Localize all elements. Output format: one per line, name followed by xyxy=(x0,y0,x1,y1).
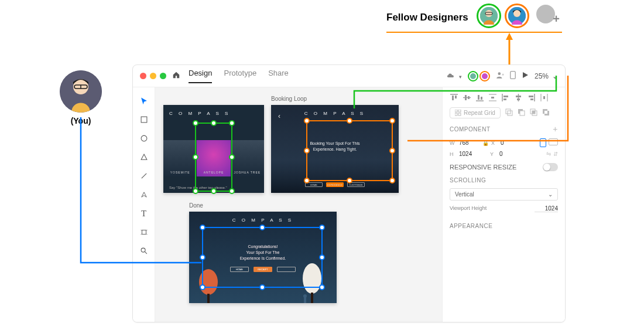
viewport-height-input[interactable] xyxy=(535,205,558,212)
panel-right: JOSHUA TREE xyxy=(231,140,264,176)
svg-rect-33 xyxy=(465,95,467,100)
align-middle-icon[interactable] xyxy=(463,93,471,101)
boolean-exclude-icon[interactable] xyxy=(542,108,550,117)
svg-rect-28 xyxy=(304,297,306,303)
align-right-icon[interactable] xyxy=(527,93,535,101)
presence-avatar-orange[interactable] xyxy=(479,71,490,81)
artboard-brand: C O M P A S S xyxy=(271,105,399,116)
orientation-portrait-icon[interactable] xyxy=(540,138,546,147)
svg-rect-12 xyxy=(511,72,515,79)
boolean-intersect-icon[interactable] xyxy=(530,108,537,117)
svg-marker-9 xyxy=(506,33,513,40)
svg-rect-46 xyxy=(517,98,520,100)
chevron-down-icon: ⌄ xyxy=(552,72,558,80)
y-label: Y xyxy=(490,151,497,157)
back-icon: ‹ xyxy=(278,112,280,120)
canvas[interactable]: C O M P A S S YOSEMITE ANTELOPE JOSHUA T… xyxy=(155,87,442,322)
svg-line-22 xyxy=(145,252,147,254)
selection-frame-blue[interactable] xyxy=(202,227,323,288)
zoom-tool-icon[interactable] xyxy=(139,246,149,256)
panel-left: YOSEMITE xyxy=(163,140,197,176)
x-label: X xyxy=(491,140,498,146)
artboard-label-done: Done xyxy=(189,202,203,209)
tab-share[interactable]: Share xyxy=(268,69,289,83)
flip-h-icon[interactable]: ⇋ xyxy=(546,151,551,157)
flip-v-icon[interactable]: ⇵ xyxy=(553,151,558,157)
align-left-icon[interactable] xyxy=(501,93,509,101)
align-distribute-icons xyxy=(450,93,558,101)
svg-rect-49 xyxy=(530,98,533,100)
svg-rect-34 xyxy=(468,96,470,99)
y-input[interactable] xyxy=(499,151,520,157)
pen-tool-icon[interactable] xyxy=(139,189,149,200)
line-tool-icon[interactable] xyxy=(139,171,149,181)
window-controls[interactable] xyxy=(140,73,166,79)
svg-rect-30 xyxy=(452,96,454,100)
svg-rect-31 xyxy=(455,96,457,98)
align-bottom-icon[interactable] xyxy=(475,93,484,101)
maximize-window-icon[interactable] xyxy=(160,73,166,79)
responsive-resize-toggle[interactable] xyxy=(543,163,558,171)
cloud-sync-icon[interactable] xyxy=(446,72,462,80)
component-section-label: COMPONENT xyxy=(450,126,491,132)
align-center-icon[interactable] xyxy=(514,93,522,101)
svg-rect-48 xyxy=(529,96,533,97)
svg-rect-37 xyxy=(481,97,482,100)
home-icon[interactable] xyxy=(172,71,180,81)
play-icon[interactable] xyxy=(522,72,529,80)
minimize-window-icon[interactable] xyxy=(150,73,156,79)
selection-frame-green[interactable] xyxy=(195,123,232,192)
height-label: H xyxy=(450,151,457,157)
presence-avatar-green[interactable] xyxy=(468,71,478,81)
you-avatar-annotation: (You) xyxy=(60,70,102,125)
fellow-designers-avatars xyxy=(477,4,559,28)
svg-rect-63 xyxy=(532,111,535,114)
fellow-avatar-2 xyxy=(505,4,529,28)
repeat-grid-button[interactable]: Repeat Grid xyxy=(450,107,501,118)
artboard-tool-icon[interactable] xyxy=(139,227,149,237)
boolean-add-icon[interactable] xyxy=(505,108,513,117)
add-component-icon[interactable]: + xyxy=(553,124,558,134)
rectangle-tool-icon[interactable] xyxy=(139,114,149,125)
viewport-height-label: Viewport Height xyxy=(450,205,487,212)
svg-rect-26 xyxy=(311,293,313,303)
ellipse-tool-icon[interactable] xyxy=(139,133,149,144)
you-label: (You) xyxy=(60,116,102,125)
device-preview-icon[interactable] xyxy=(510,71,516,81)
invite-icon[interactable]: + xyxy=(496,71,504,81)
zoom-control[interactable]: 25% ⌄ xyxy=(535,72,558,80)
selection-frame-orange[interactable] xyxy=(306,120,393,181)
tool-sidebar: T xyxy=(133,87,155,322)
height-input[interactable] xyxy=(459,151,480,157)
svg-rect-54 xyxy=(458,110,461,112)
svg-rect-16 xyxy=(142,230,146,235)
x-input[interactable] xyxy=(501,140,522,146)
width-input[interactable] xyxy=(459,140,480,146)
svg-rect-24 xyxy=(207,294,210,303)
you-avatar-icon xyxy=(60,70,102,113)
responsive-resize-label: RESPONSIVE RESIZE xyxy=(450,164,516,171)
align-top-icon[interactable] xyxy=(450,93,458,101)
svg-rect-13 xyxy=(141,117,147,123)
polygon-tool-icon[interactable] xyxy=(139,152,149,162)
scrolling-mode-select[interactable]: Vertical ⌄ xyxy=(450,188,558,201)
boolean-subtract-icon[interactable] xyxy=(518,108,525,117)
distribute-v-icon[interactable] xyxy=(488,93,496,101)
lock-aspect-icon[interactable]: 🔒 xyxy=(482,140,489,146)
mode-tabs: Design Prototype Share xyxy=(189,69,289,83)
svg-text:+: + xyxy=(502,73,504,77)
select-tool-icon[interactable] xyxy=(139,96,149,106)
tab-design[interactable]: Design xyxy=(189,69,212,83)
orientation-landscape-icon[interactable] xyxy=(549,138,558,145)
text-tool-icon[interactable]: T xyxy=(139,208,149,219)
svg-rect-58 xyxy=(508,111,512,115)
svg-point-5 xyxy=(485,10,492,17)
distribute-h-icon[interactable] xyxy=(540,93,548,101)
width-label: W xyxy=(450,140,457,146)
svg-rect-42 xyxy=(503,96,508,97)
close-window-icon[interactable] xyxy=(140,73,146,79)
inspector-panel: Repeat Grid COMPONENT + W 🔒 X xyxy=(442,87,565,322)
artboard-brand: C O M P A S S xyxy=(189,212,337,223)
tab-prototype[interactable]: Prototype xyxy=(224,69,256,83)
fellow-underline xyxy=(386,32,562,33)
